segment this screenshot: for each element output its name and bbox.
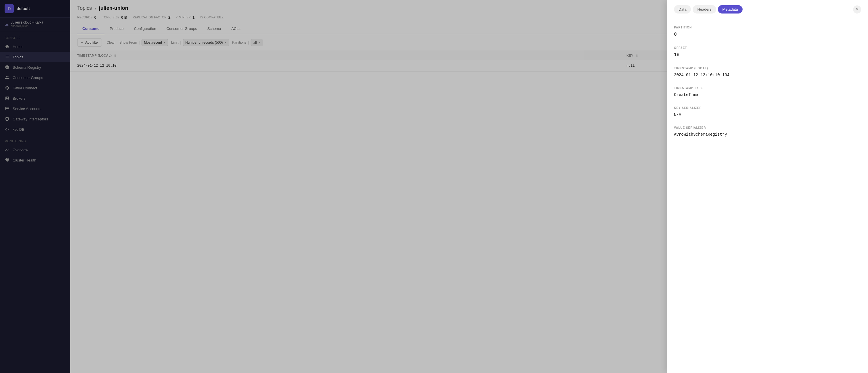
field-timestamp-local-label: TIMESTAMP (LOCAL) — [674, 67, 861, 70]
field-key-serializer-value: N/A — [674, 112, 861, 117]
field-partition-label: PARTITION — [674, 26, 861, 29]
field-partition: PARTITION 0 — [674, 26, 861, 37]
field-timestamp-local-value: 2024-01-12 12:10:10.104 — [674, 73, 861, 77]
field-offset-value: 18 — [674, 52, 861, 57]
field-partition-value: 0 — [674, 32, 861, 37]
panel-close-button[interactable]: × — [853, 5, 861, 13]
field-timestamp-type: TIMESTAMP TYPE CreateTime — [674, 86, 861, 97]
panel-tab-data[interactable]: Data — [674, 5, 691, 13]
panel-tab-headers[interactable]: Headers — [693, 5, 716, 13]
panel-tab-metadata[interactable]: Metadata — [718, 5, 743, 13]
field-timestamp-type-value: CreateTime — [674, 92, 861, 97]
panel-tabs: Data Headers Metadata — [674, 5, 743, 13]
panel-body: PARTITION 0 OFFSET 18 TIMESTAMP (LOCAL) … — [667, 19, 868, 373]
field-value-serializer-label: VALUE SERIALIZER — [674, 126, 861, 129]
field-key-serializer-label: KEY SERIALIZER — [674, 106, 861, 110]
field-offset: OFFSET 18 — [674, 46, 861, 57]
close-icon: × — [856, 7, 858, 12]
field-value-serializer: VALUE SERIALIZER AvroWithSchemaRegistry — [674, 126, 861, 137]
field-value-serializer-value: AvroWithSchemaRegistry — [674, 132, 861, 137]
field-timestamp-type-label: TIMESTAMP TYPE — [674, 86, 861, 90]
field-offset-label: OFFSET — [674, 46, 861, 50]
panel-header: Data Headers Metadata × — [667, 0, 868, 19]
field-timestamp-local: TIMESTAMP (LOCAL) 2024-01-12 12:10:10.10… — [674, 67, 861, 77]
detail-panel: Data Headers Metadata × PARTITION 0 OFFS… — [667, 0, 868, 373]
field-key-serializer: KEY SERIALIZER N/A — [674, 106, 861, 117]
